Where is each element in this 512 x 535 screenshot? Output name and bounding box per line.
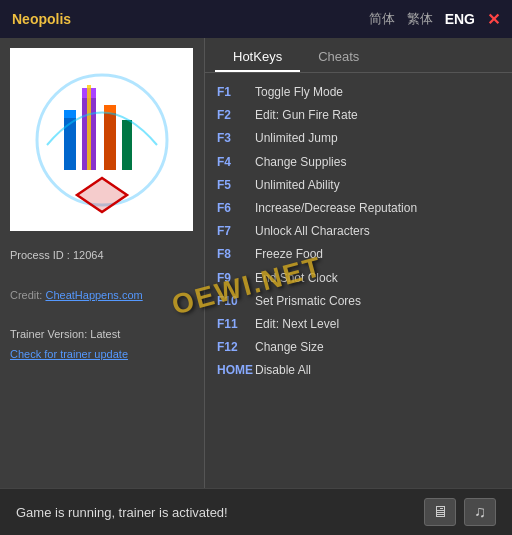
right-panel: HotKeys Cheats F1Toggle Fly ModeF2Edit: … bbox=[205, 38, 512, 488]
status-icons: 🖥 ♫ bbox=[424, 498, 496, 526]
hotkey-description: Change Size bbox=[255, 338, 324, 357]
lang-controls: 简体 繁体 ENG ✕ bbox=[369, 10, 500, 29]
music-icon: ♫ bbox=[474, 503, 486, 521]
process-info: Process ID : 12064 Credit: CheatHappens.… bbox=[10, 241, 194, 365]
hotkey-row: F10Set Prismatic Cores bbox=[217, 290, 500, 313]
hotkey-description: Set Prismatic Cores bbox=[255, 292, 361, 311]
hotkey-description: End Shot Clock bbox=[255, 269, 338, 288]
svg-rect-9 bbox=[122, 120, 132, 170]
lang-simple-button[interactable]: 简体 bbox=[369, 10, 395, 28]
hotkey-key: F3 bbox=[217, 129, 255, 148]
hotkey-key: F10 bbox=[217, 292, 255, 311]
status-bar: Game is running, trainer is activated! 🖥… bbox=[0, 488, 512, 535]
left-panel: Neopolis Process ID : 12064 Credit: Chea… bbox=[0, 38, 205, 488]
monitor-icon-button[interactable]: 🖥 bbox=[424, 498, 456, 526]
hotkey-description: Edit: Gun Fire Rate bbox=[255, 106, 358, 125]
hotkey-key: HOME bbox=[217, 361, 255, 380]
hotkey-row: F3Unlimited Jump bbox=[217, 127, 500, 150]
hotkey-key: F2 bbox=[217, 106, 255, 125]
credit-label: Credit: bbox=[10, 289, 42, 301]
tab-cheats[interactable]: Cheats bbox=[300, 43, 377, 72]
music-icon-button[interactable]: ♫ bbox=[464, 498, 496, 526]
monitor-icon: 🖥 bbox=[432, 503, 448, 521]
main-content: Neopolis Process ID : 12064 Credit: Chea… bbox=[0, 38, 512, 488]
hotkey-row: F9End Shot Clock bbox=[217, 267, 500, 290]
credit-value[interactable]: CheatHappens.com bbox=[45, 289, 142, 301]
hotkey-row: F2Edit: Gun Fire Rate bbox=[217, 104, 500, 127]
hotkey-key: F5 bbox=[217, 176, 255, 195]
hotkeys-list: F1Toggle Fly ModeF2Edit: Gun Fire RateF3… bbox=[205, 73, 512, 488]
title-bar: Neopolis 简体 繁体 ENG ✕ bbox=[0, 0, 512, 38]
hotkey-description: Change Supplies bbox=[255, 153, 346, 172]
app-title: Neopolis bbox=[12, 11, 71, 27]
hotkey-key: F9 bbox=[217, 269, 255, 288]
hotkey-description: Unlock All Characters bbox=[255, 222, 370, 241]
hotkey-key: F4 bbox=[217, 153, 255, 172]
svg-rect-6 bbox=[87, 85, 91, 170]
hotkey-description: Edit: Next Level bbox=[255, 315, 339, 334]
hotkey-description: Toggle Fly Mode bbox=[255, 83, 343, 102]
hotkey-row: HOMEDisable All bbox=[217, 359, 500, 382]
process-id: Process ID : 12064 bbox=[10, 246, 194, 266]
hotkey-key: F11 bbox=[217, 315, 255, 334]
close-button[interactable]: ✕ bbox=[487, 10, 500, 29]
hotkey-row: F6Increase/Decrease Reputation bbox=[217, 197, 500, 220]
hotkey-row: F11Edit: Next Level bbox=[217, 313, 500, 336]
tab-hotkeys[interactable]: HotKeys bbox=[215, 43, 300, 72]
svg-text:Neopolis: Neopolis bbox=[74, 218, 129, 220]
hotkey-key: F1 bbox=[217, 83, 255, 102]
game-logo: Neopolis bbox=[10, 48, 193, 231]
hotkey-row: F4Change Supplies bbox=[217, 151, 500, 174]
svg-rect-3 bbox=[64, 110, 76, 118]
hotkey-row: F7Unlock All Characters bbox=[217, 220, 500, 243]
svg-rect-7 bbox=[104, 110, 116, 170]
update-link[interactable]: Check for trainer update bbox=[10, 345, 194, 365]
hotkey-row: F5Unlimited Ability bbox=[217, 174, 500, 197]
hotkey-row: F8Freeze Food bbox=[217, 243, 500, 266]
trainer-version: Trainer Version: Latest bbox=[10, 325, 194, 345]
hotkey-description: Unlimited Jump bbox=[255, 129, 338, 148]
lang-traditional-button[interactable]: 繁体 bbox=[407, 10, 433, 28]
hotkey-key: F8 bbox=[217, 245, 255, 264]
tabs: HotKeys Cheats bbox=[205, 38, 512, 73]
hotkey-key: F6 bbox=[217, 199, 255, 218]
hotkey-description: Freeze Food bbox=[255, 245, 323, 264]
hotkey-key: F7 bbox=[217, 222, 255, 241]
hotkey-description: Increase/Decrease Reputation bbox=[255, 199, 417, 218]
hotkey-key: F12 bbox=[217, 338, 255, 357]
logo-svg: Neopolis bbox=[22, 60, 182, 220]
hotkey-row: F1Toggle Fly Mode bbox=[217, 81, 500, 104]
lang-eng-button[interactable]: ENG bbox=[445, 11, 475, 27]
hotkey-description: Disable All bbox=[255, 361, 311, 380]
hotkey-row: F12Change Size bbox=[217, 336, 500, 359]
hotkey-description: Unlimited Ability bbox=[255, 176, 340, 195]
status-message: Game is running, trainer is activated! bbox=[16, 505, 228, 520]
